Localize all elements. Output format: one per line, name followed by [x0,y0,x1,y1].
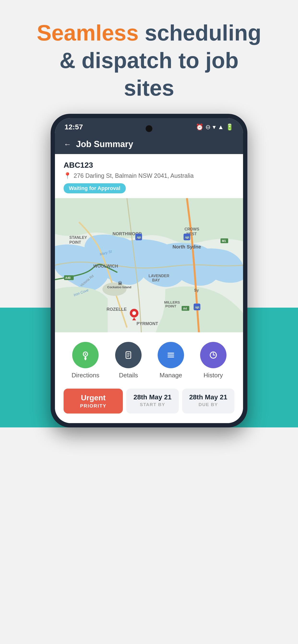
status-time: 12:57 [65,123,83,131]
hero-line3: sites [124,76,174,100]
svg-text:POINT: POINT [165,304,176,308]
directions-label: Directions [72,372,99,379]
wifi-icon: ▾ [213,124,216,131]
svg-text:🚌: 🚌 [195,304,200,309]
status-bar: 12:57 ⏰ ⊖ ▾ ▲ 🔋 [55,118,243,134]
phone-section: 12:57 ⏰ ⊖ ▾ ▲ 🔋 ← Job Summary A [0,114,298,428]
manage-action[interactable]: Manage [158,342,184,379]
status-icons: ⏰ ⊖ ▾ ▲ 🔋 [196,124,233,131]
hero-section: Seamless scheduling & dispatch to job si… [18,0,280,114]
manage-label: Manage [160,372,182,379]
details-circle [115,342,141,368]
svg-text:🚌: 🚌 [136,234,141,239]
svg-text:Cockatoo Island: Cockatoo Island [107,285,131,289]
priority-label: Urgent [71,394,116,402]
svg-point-34 [132,311,136,315]
svg-text:Sy: Sy [194,288,199,292]
svg-point-36 [85,354,86,355]
map-svg: A40 M1 A4 STANLEY POINT NORTHWOOD CROWS … [55,198,243,332]
svg-text:M1: M1 [222,239,226,243]
back-button[interactable]: ← [64,140,71,149]
svg-text:LAVENDER: LAVENDER [148,274,169,278]
due-by-value: 28th May 21 [188,394,229,401]
status-badge: Waiting for Approval [64,183,126,193]
action-row: Directions [64,342,234,379]
alarm-icon: ⏰ [196,124,203,131]
manage-icon [165,349,177,361]
hero-title: Seamless scheduling & dispatch to job si… [37,19,261,102]
due-by-label: DUE BY [188,402,229,407]
svg-text:A4: A4 [183,307,187,310]
start-by-value: 28th May 21 [132,394,173,401]
svg-text:PYRMONT: PYRMONT [136,321,158,326]
svg-text:POINT: POINT [69,240,81,244]
hero-accent: Seamless [37,20,139,45]
minus-circle-icon: ⊖ [205,124,211,131]
job-card: ABC123 📍 276 Darling St, Balmain NSW 204… [55,154,243,198]
svg-text:North Sydne: North Sydne [173,244,201,250]
job-address-text: 276 Darling St, Balmain NSW 2041, Austra… [74,172,194,179]
due-by-card: 28th May 21 DUE BY [182,388,234,414]
priority-sub: PRIORITY [71,403,116,409]
svg-text:A40: A40 [65,276,71,280]
svg-text:WOOLWICH: WOOLWICH [93,264,118,268]
priority-button[interactable]: Urgent PRIORITY [64,388,123,414]
details-label: Details [119,372,138,379]
svg-text:STANLEY: STANLEY [69,236,87,240]
job-id: ABC123 [64,161,234,170]
history-icon [208,349,219,361]
priority-date-row: Urgent PRIORITY 28th May 21 START BY 28t… [64,388,234,414]
phone-wrapper: 12:57 ⏰ ⊖ ▾ ▲ 🔋 ← Job Summary A [51,114,247,428]
svg-text:CROWS: CROWS [185,227,199,231]
hero-line1-rest: scheduling [139,20,261,45]
directions-icon [80,349,91,361]
svg-text:🚌: 🚌 [185,234,190,239]
svg-text:MILLERS: MILLERS [164,300,180,304]
history-label: History [203,372,223,379]
svg-text:🏛: 🏛 [118,281,122,286]
details-action[interactable]: Details [115,342,141,379]
nav-bar: ← Job Summary [55,134,243,154]
svg-point-20 [102,282,126,296]
nav-title: Job Summary [76,139,133,149]
svg-text:BAY: BAY [152,278,160,282]
svg-text:ROZELLE: ROZELLE [106,307,127,312]
camera-notch [146,125,152,132]
phone-device: 12:57 ⏰ ⊖ ▾ ▲ 🔋 ← Job Summary A [51,114,247,428]
directions-circle [72,342,99,368]
start-by-card: 28th May 21 START BY [126,388,179,414]
location-icon: 📍 [64,172,71,180]
hero-line2: & dispatch to job [60,48,238,72]
battery-icon: 🔋 [226,124,233,131]
signal-icon: ▲ [218,124,224,131]
history-circle [200,342,226,368]
directions-action[interactable]: Directions [72,342,99,379]
job-address-row: 📍 276 Darling St, Balmain NSW 2041, Aust… [64,172,234,180]
details-icon [123,349,134,361]
bottom-panel: Directions [55,332,243,423]
history-action[interactable]: History [200,342,226,379]
phone-screen: 12:57 ⏰ ⊖ ▾ ▲ 🔋 ← Job Summary A [55,118,243,423]
map-area: A40 M1 A4 STANLEY POINT NORTHWOOD CROWS … [55,198,243,332]
start-by-label: START BY [132,402,173,407]
manage-circle [158,342,184,368]
